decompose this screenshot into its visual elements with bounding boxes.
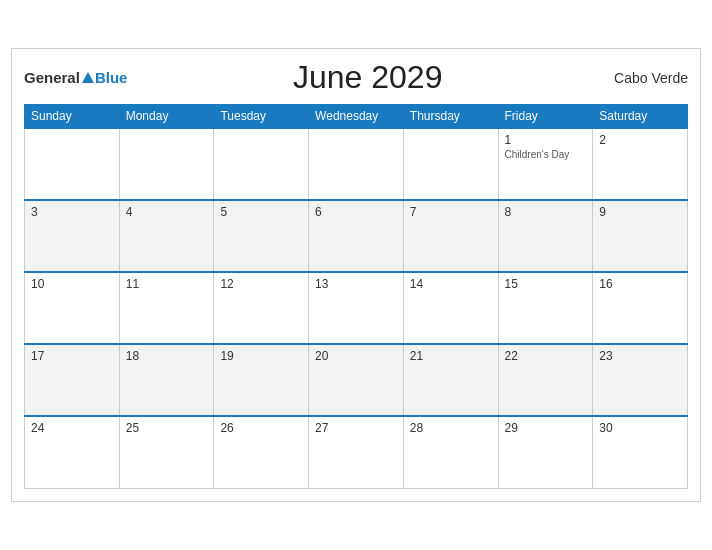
day-cell: 14	[403, 272, 498, 344]
holiday-name: Children's Day	[505, 149, 587, 160]
day-number: 14	[410, 277, 492, 291]
day-cell: 6	[309, 200, 404, 272]
calendar-title: June 2029	[127, 59, 608, 96]
day-number: 11	[126, 277, 208, 291]
day-cell: 5	[214, 200, 309, 272]
day-cell	[309, 128, 404, 200]
day-cell: 16	[593, 272, 688, 344]
day-number: 28	[410, 421, 492, 435]
day-cell: 26	[214, 416, 309, 488]
day-number: 13	[315, 277, 397, 291]
week-row-2: 3456789	[25, 200, 688, 272]
week-row-4: 17181920212223	[25, 344, 688, 416]
weekday-header-row: SundayMondayTuesdayWednesdayThursdayFrid…	[25, 105, 688, 129]
day-number: 17	[31, 349, 113, 363]
weekday-header-tuesday: Tuesday	[214, 105, 309, 129]
day-number: 16	[599, 277, 681, 291]
day-cell: 12	[214, 272, 309, 344]
day-number: 26	[220, 421, 302, 435]
weekday-header-wednesday: Wednesday	[309, 105, 404, 129]
day-cell	[25, 128, 120, 200]
weekday-header-friday: Friday	[498, 105, 593, 129]
calendar-grid: SundayMondayTuesdayWednesdayThursdayFrid…	[24, 104, 688, 489]
day-cell	[214, 128, 309, 200]
day-cell	[119, 128, 214, 200]
day-number: 2	[599, 133, 681, 147]
week-row-3: 10111213141516	[25, 272, 688, 344]
weekday-header-monday: Monday	[119, 105, 214, 129]
day-cell: 7	[403, 200, 498, 272]
day-cell: 1Children's Day	[498, 128, 593, 200]
day-cell: 18	[119, 344, 214, 416]
day-cell: 19	[214, 344, 309, 416]
day-cell: 22	[498, 344, 593, 416]
day-number: 24	[31, 421, 113, 435]
day-cell: 9	[593, 200, 688, 272]
day-cell: 25	[119, 416, 214, 488]
day-cell: 20	[309, 344, 404, 416]
week-row-1: 1Children's Day2	[25, 128, 688, 200]
day-number: 21	[410, 349, 492, 363]
day-number: 22	[505, 349, 587, 363]
region-label: Cabo Verde	[608, 70, 688, 86]
day-cell: 17	[25, 344, 120, 416]
day-number: 10	[31, 277, 113, 291]
day-cell: 10	[25, 272, 120, 344]
day-number: 19	[220, 349, 302, 363]
day-cell: 29	[498, 416, 593, 488]
day-number: 20	[315, 349, 397, 363]
day-cell: 30	[593, 416, 688, 488]
day-number: 23	[599, 349, 681, 363]
weekday-header-sunday: Sunday	[25, 105, 120, 129]
day-number: 1	[505, 133, 587, 147]
day-cell: 13	[309, 272, 404, 344]
day-cell: 21	[403, 344, 498, 416]
day-number: 7	[410, 205, 492, 219]
day-cell: 23	[593, 344, 688, 416]
day-cell: 27	[309, 416, 404, 488]
calendar-header: GeneralBlue June 2029 Cabo Verde	[24, 59, 688, 96]
day-cell: 8	[498, 200, 593, 272]
day-number: 3	[31, 205, 113, 219]
calendar-container: GeneralBlue June 2029 Cabo Verde SundayM…	[11, 48, 701, 502]
day-number: 4	[126, 205, 208, 219]
day-number: 30	[599, 421, 681, 435]
logo: GeneralBlue	[24, 70, 127, 85]
day-cell: 3	[25, 200, 120, 272]
day-number: 12	[220, 277, 302, 291]
day-number: 5	[220, 205, 302, 219]
day-cell: 2	[593, 128, 688, 200]
day-cell: 28	[403, 416, 498, 488]
day-number: 18	[126, 349, 208, 363]
day-cell	[403, 128, 498, 200]
day-number: 15	[505, 277, 587, 291]
weekday-header-saturday: Saturday	[593, 105, 688, 129]
day-number: 25	[126, 421, 208, 435]
day-cell: 11	[119, 272, 214, 344]
day-number: 6	[315, 205, 397, 219]
day-number: 9	[599, 205, 681, 219]
day-number: 27	[315, 421, 397, 435]
day-number: 8	[505, 205, 587, 219]
day-cell: 4	[119, 200, 214, 272]
day-number: 29	[505, 421, 587, 435]
weekday-header-thursday: Thursday	[403, 105, 498, 129]
day-cell: 15	[498, 272, 593, 344]
day-cell: 24	[25, 416, 120, 488]
week-row-5: 24252627282930	[25, 416, 688, 488]
